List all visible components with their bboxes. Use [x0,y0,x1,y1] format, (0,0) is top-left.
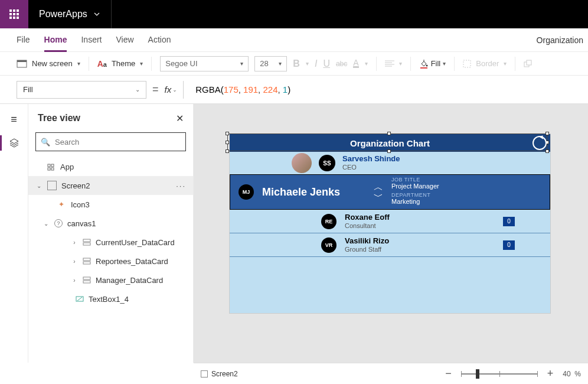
svg-rect-7 [13,17,15,19]
selection-outline [227,134,547,151]
reorder-button[interactable] [515,52,534,76]
search-input[interactable] [55,138,181,147]
icon-type-icon: ✦ [57,200,66,209]
tree-view-panel: Tree view ✕ 🔍 App ⌄ Screen2 ··· ✦ Icon3 [28,104,194,363]
zoom-out-button[interactable]: − [442,367,455,380]
tree-node-manager[interactable]: › Manager_DataCard [28,271,193,289]
expand-icon[interactable]: ⌄ [35,183,43,189]
orgchart-child-row[interactable]: VR Vasiliki Rizo Ground Staff 0 [230,233,550,257]
tree-node-textbox[interactable]: TextBox1_4 [28,289,193,308]
person-name: Vasiliki Rizo [345,237,389,245]
zoom-value: 40 [563,370,570,378]
svg-rect-23 [51,168,54,170]
reports-badge: 0 [503,217,515,226]
border-icon [463,60,471,68]
tree-node-icon3[interactable]: ✦ Icon3 [28,195,193,214]
zoom-slider[interactable] [461,373,538,375]
tree-view-title: Tree view [38,113,80,123]
equals-label: = [152,83,159,96]
svg-rect-16 [420,67,427,69]
app-title-dropdown[interactable]: PowerApps [28,0,111,28]
svg-rect-24 [83,239,90,242]
avatar-initials: MJ [239,184,254,200]
app-title-label: PowerApps [39,9,87,19]
svg-rect-0 [9,9,12,12]
tree-node-currentuser[interactable]: › CurrentUser_DataCard [28,233,193,252]
datacard-icon [83,257,91,265]
tree-node-screen2[interactable]: ⌄ Screen2 ··· [28,176,193,195]
menu-home[interactable]: Home [44,35,67,52]
strikethrough-button[interactable]: abc [336,60,347,68]
orgchart-parent-row[interactable]: SS Sarvesh Shinde CEO [230,152,550,174]
svg-point-15 [426,64,427,66]
font-family-select[interactable]: Segoe UI ▾ [160,56,249,71]
orgchart-header[interactable]: Organization Chart [230,134,550,152]
expand-icon[interactable]: › [71,258,78,265]
tree-node-canvas1[interactable]: ⌄ ? canvas1 [28,214,193,233]
menu-insert[interactable]: Insert [81,35,102,45]
avatar-initials: SS [319,155,335,171]
status-screen-selector[interactable]: Screen2 [201,370,238,378]
rail-treeview[interactable] [3,138,25,148]
expand-icon[interactable]: › [71,277,78,284]
svg-rect-21 [51,164,54,167]
tree-node-app[interactable]: App [28,157,193,176]
canvas-icon: ? [54,219,63,227]
svg-rect-1 [13,9,15,12]
menu-view[interactable]: View [116,35,133,45]
slider-thumb[interactable] [476,369,479,379]
rail-hamburger[interactable]: ≡ [3,113,25,126]
font-size-select[interactable]: 28 ▾ [254,56,287,71]
svg-rect-28 [83,277,90,279]
tree-node-reportees[interactable]: › Reportees_DataCard [28,252,193,271]
svg-rect-3 [9,13,12,15]
svg-rect-22 [48,168,50,170]
property-select[interactable]: Fill ⌄ [17,81,146,99]
reload-icon[interactable] [533,136,547,150]
datacard-icon [83,238,91,246]
font-color-button[interactable]: A [353,59,358,68]
orgchart-selected-row[interactable]: MJ Michaele Jenks ︿ ﹀ JOB TITLE Project … [230,174,550,210]
menu-file[interactable]: File [17,35,30,45]
chevron-down-icon: ⌄ [135,86,140,93]
expand-icon[interactable]: ⌄ [43,220,50,227]
theme-icon: Aa [97,59,107,69]
tree-search[interactable]: 🔍 [35,132,186,151]
align-icon[interactable] [385,60,394,67]
svg-rect-17 [463,60,471,67]
underline-button[interactable]: U [323,58,330,69]
close-icon[interactable]: ✕ [176,113,184,124]
svg-rect-8 [17,17,19,19]
border-button[interactable]: Border ▾ [455,52,515,76]
ribbon-toolbar: New screen ▾ Aa Theme ▾ Segoe UI ▾ 28 ▾ … [0,52,588,76]
bucket-icon [419,59,429,69]
formula-input[interactable]: RGBA(175, 191, 224, 1) [190,82,571,97]
chevron-down-icon: ▾ [240,60,243,67]
fx-button[interactable]: fx⌄ [165,84,178,95]
orgchart-child-row[interactable]: RE Roxane Eoff Consultant 0 [230,210,550,233]
avatar-initials: VR [321,237,337,253]
expand-icon[interactable]: › [71,239,78,246]
zoom-in-button[interactable]: + [544,367,557,380]
more-icon[interactable]: ··· [176,181,186,190]
app-canvas-screen[interactable]: Organization Chart SS Sarvesh Shinde CEO… [229,134,551,314]
nav-up-icon[interactable]: ︿ [374,184,383,191]
left-rail: ≡ [0,104,28,363]
canvas-area[interactable]: Organization Chart SS Sarvesh Shinde CEO… [194,104,588,363]
svg-rect-26 [83,258,90,261]
chevron-down-icon: ▾ [279,60,282,67]
italic-button[interactable]: I [315,58,317,69]
new-screen-button[interactable]: New screen ▾ [17,52,89,76]
app-launcher-button[interactable] [0,0,28,28]
layers-icon [9,138,19,148]
search-icon: 🔍 [41,138,50,147]
menu-action[interactable]: Action [148,35,171,45]
person-role: Ground Staff [345,245,389,253]
svg-rect-10 [17,60,27,62]
nav-down-icon[interactable]: ﹀ [374,193,383,200]
theme-button[interactable]: Aa Theme ▾ [89,52,152,76]
bold-button[interactable]: B [293,58,300,69]
svg-rect-4 [13,13,15,15]
fill-button[interactable]: Fill ▾ [411,52,455,76]
svg-rect-5 [17,13,19,15]
